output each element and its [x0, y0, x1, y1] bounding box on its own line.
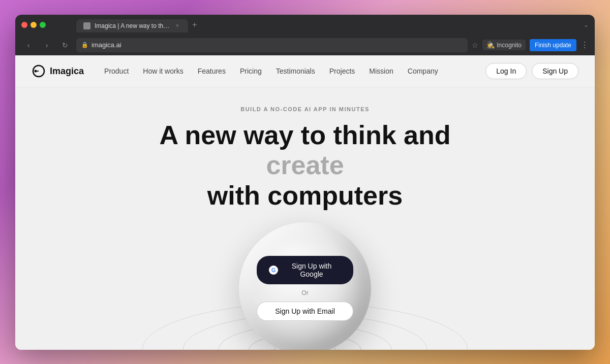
signup-button[interactable]: Sign Up	[532, 63, 578, 79]
url-text: imagica.ai	[92, 41, 121, 49]
signup-sphere: G Sign Up with Google Or Sign Up with Em…	[239, 222, 371, 350]
more-options-icon[interactable]: ⋮	[581, 40, 589, 50]
nav-how-it-works[interactable]: How it works	[143, 67, 183, 75]
hero-tagline: BUILD A NO-CODE AI APP IN MINUTES	[240, 106, 370, 112]
browser-chrome: Imagica | A new way to think × + ⌄ ‹ › ↻…	[15, 15, 595, 55]
traffic-light-maximize[interactable]	[40, 22, 46, 28]
tab-bar: Imagica | A new way to think × +	[70, 17, 580, 32]
tab-favicon	[83, 22, 90, 29]
email-signup-button[interactable]: Sign Up with Email	[257, 302, 353, 321]
refresh-button[interactable]: ↻	[58, 38, 72, 52]
nav-testimonials[interactable]: Testimonials	[276, 67, 315, 75]
website-content: Imagica Product How it works Features Pr…	[15, 55, 595, 350]
traffic-light-minimize[interactable]	[30, 22, 37, 28]
nav-projects[interactable]: Projects	[329, 67, 355, 75]
svg-point-1	[35, 70, 37, 73]
imagica-logo-icon	[32, 64, 46, 78]
or-divider: Or	[301, 289, 308, 296]
logo-text: Imagica	[50, 66, 84, 77]
site-nav: Imagica Product How it works Features Pr…	[15, 55, 595, 88]
tab-close-btn[interactable]: ×	[174, 22, 181, 29]
back-button[interactable]: ‹	[21, 38, 36, 52]
incognito-label: Incognito	[497, 42, 522, 49]
new-tab-button[interactable]: +	[188, 17, 201, 32]
traffic-lights	[21, 22, 46, 28]
site-nav-links: Product How it works Features Pricing Te…	[104, 67, 485, 75]
incognito-badge: 🕵️ Incognito	[482, 40, 526, 50]
sphere-container: G Sign Up with Google Or Sign Up with Em…	[224, 222, 386, 350]
window-chevron: ⌄	[584, 21, 589, 28]
address-bar-row: ‹ › ↻ 🔒 imagica.ai ☆ 🕵️ Incognito Finish…	[15, 35, 595, 55]
traffic-light-close[interactable]	[21, 22, 27, 28]
nav-pricing[interactable]: Pricing	[240, 67, 262, 75]
active-tab[interactable]: Imagica | A new way to think ×	[76, 19, 188, 32]
hero-title-text-2: with computers	[207, 181, 403, 210]
google-signup-button[interactable]: G Sign Up with Google	[257, 256, 353, 284]
nav-features[interactable]: Features	[198, 67, 226, 75]
lock-icon: 🔒	[81, 42, 88, 48]
address-bar-actions: ☆ 🕵️ Incognito Finish update ⋮	[472, 39, 589, 51]
google-signup-label: Sign Up with Google	[282, 262, 341, 278]
nav-company[interactable]: Company	[408, 67, 438, 75]
forward-button[interactable]: ›	[40, 38, 54, 52]
nav-product[interactable]: Product	[104, 67, 129, 75]
hero-title-text-1: A new way to think and	[159, 120, 450, 150]
address-bar[interactable]: 🔒 imagica.ai	[76, 38, 468, 52]
google-icon: G	[269, 266, 278, 275]
site-logo[interactable]: Imagica	[32, 64, 84, 78]
hero-title: A new way to think and create with compu…	[122, 120, 488, 211]
bookmark-icon[interactable]: ☆	[472, 41, 478, 49]
incognito-icon: 🕵️	[486, 41, 495, 49]
finish-update-button[interactable]: Finish update	[530, 39, 576, 51]
tab-title: Imagica | A new way to think	[95, 22, 170, 29]
title-bar: Imagica | A new way to think × + ⌄	[15, 15, 595, 35]
nav-actions: Log In Sign Up	[485, 63, 578, 79]
browser-window: Imagica | A new way to think × + ⌄ ‹ › ↻…	[15, 15, 595, 350]
hero-section: BUILD A NO-CODE AI APP IN MINUTES A new …	[15, 88, 595, 350]
login-button[interactable]: Log In	[485, 63, 527, 79]
hero-title-muted: create	[266, 150, 344, 180]
nav-mission[interactable]: Mission	[369, 67, 393, 75]
